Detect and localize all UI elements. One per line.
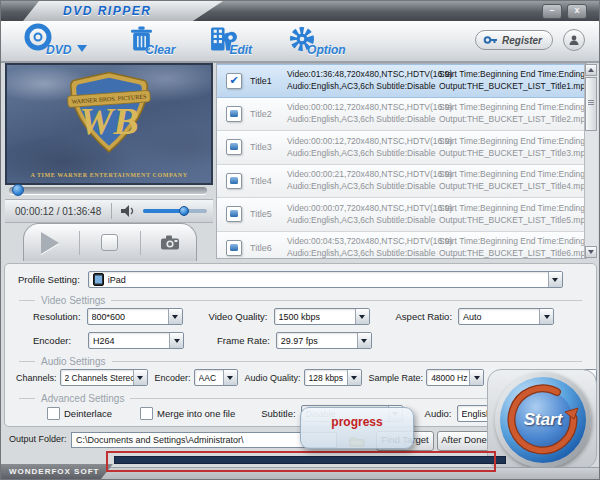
user-button[interactable] <box>563 29 585 51</box>
title-item-icon[interactable] <box>226 139 242 155</box>
app-title: DVD RIPPER <box>63 4 151 18</box>
channels-label: Channels: <box>16 373 57 383</box>
deinterlace-checkbox[interactable] <box>47 407 60 420</box>
stop-icon <box>101 234 118 251</box>
channels-select[interactable]: 2 Channels Stereo <box>60 369 148 386</box>
chevron-down-icon[interactable] <box>77 45 87 57</box>
close-button[interactable]: x <box>567 4 587 19</box>
audio-encoder-select[interactable]: AAC <box>194 369 238 386</box>
title-name: Title6 <box>250 243 287 253</box>
brand-label: WONDERFOX SOFT <box>9 467 99 476</box>
title-row[interactable]: Title1Video:01:36:48,720x480,NTSC,HDTV(1… <box>217 64 586 98</box>
toolbar: DVD Clear Edit Option Register <box>1 21 600 63</box>
audio-encoder-label: Encoder: <box>155 373 191 383</box>
merge-checkbox[interactable] <box>140 407 153 420</box>
frame-rate-label: Frame Rate: <box>217 335 270 346</box>
speaker-icon[interactable] <box>120 204 137 218</box>
chevron-down-icon[interactable] <box>539 309 553 324</box>
title-row[interactable]: Title6Video:00:04:53,720x480,NTSC,HDTV(1… <box>217 232 586 260</box>
stop-button[interactable] <box>88 228 132 258</box>
chevron-down-icon[interactable] <box>168 309 182 324</box>
player-status-row: 00:00:12 / 01:36:48 <box>5 199 213 223</box>
profile-select[interactable]: iPad <box>88 271 563 288</box>
title-item-icon[interactable] <box>226 240 242 256</box>
wb-logo: WB WARNER BROS. PICTURES <box>63 71 155 159</box>
title-item-icon[interactable] <box>226 106 242 122</box>
edit-label: Edit <box>229 43 252 57</box>
chevron-down-icon[interactable] <box>469 370 483 385</box>
list-scrollbar[interactable] <box>584 64 598 258</box>
video-settings-header: Video Settings <box>19 295 582 306</box>
video-quality-select[interactable]: 1500 kbps <box>274 308 370 325</box>
title-bar[interactable]: DVD RIPPER – x <box>1 1 600 22</box>
title-list: Title1Video:01:36:48,720x480,NTSC,HDTV(1… <box>216 63 587 259</box>
camera-icon <box>160 234 181 251</box>
title-output-info: Start Time:Beginning End Time:EndingOutp… <box>439 170 587 191</box>
register-button[interactable]: Register <box>475 30 553 50</box>
title-row[interactable]: Title5Video:00:00:07,720x480,NTSC,HDTV(1… <box>217 198 586 232</box>
title-item-icon[interactable] <box>226 206 242 222</box>
title-item-icon[interactable] <box>226 173 242 189</box>
minimize-button[interactable]: – <box>542 4 562 19</box>
register-label: Register <box>502 35 542 46</box>
title-media-info: Video:00:00:12,720x480,NTSC,HDTV(16:9)Au… <box>287 103 439 124</box>
chevron-down-icon[interactable] <box>169 333 183 348</box>
dvd-label: DVD <box>46 43 71 57</box>
title-name: Title3 <box>250 142 287 152</box>
chevron-down-icon[interactable] <box>347 370 361 385</box>
sample-rate-select[interactable]: 48000 Hz <box>426 369 484 386</box>
title-name: Title4 <box>250 176 287 186</box>
title-row[interactable]: Title3Video:00:00:12,720x480,NTSC,HDTV(1… <box>217 131 586 165</box>
aspect-ratio-label: Aspect Ratio: <box>396 311 453 322</box>
scrollbar-thumb[interactable] <box>585 77 597 131</box>
title-row[interactable]: Title2Video:00:00:12,720x480,NTSC,HDTV(1… <box>217 98 586 132</box>
audio-quality-select[interactable]: 128 kbps <box>304 369 362 386</box>
dvd-button[interactable]: DVD <box>23 25 87 57</box>
scroll-up-button[interactable] <box>585 64 597 76</box>
chevron-down-icon[interactable] <box>355 309 369 324</box>
title-row[interactable]: Title4Video:00:00:21,720x480,NTSC,HDTV(1… <box>217 165 586 199</box>
resolution-select[interactable]: 800*600 <box>87 308 183 325</box>
frame-rate-select[interactable]: 29.97 fps <box>276 332 372 349</box>
clear-button[interactable]: Clear <box>129 25 175 57</box>
encoder-select[interactable]: H264 <box>88 332 184 349</box>
player-controls <box>23 223 197 261</box>
edit-button[interactable]: Edit <box>209 25 252 57</box>
title-output-info: Start Time:Beginning End Time:EndingOutp… <box>439 103 587 124</box>
title-media-info: Video:00:00:12,720x480,NTSC,HDTV(16:9)Au… <box>287 137 439 158</box>
title-media-info: Video:00:00:21,720x480,NTSC,HDTV(16:9)Au… <box>287 170 439 191</box>
wb-caption: A TIME WARNER ENTERTAINMENT COMPANY <box>7 172 211 178</box>
volume-thumb[interactable] <box>179 206 189 216</box>
chevron-down-icon <box>588 250 594 257</box>
volume-slider[interactable] <box>143 209 207 213</box>
title-checkbox-checked[interactable] <box>226 73 242 89</box>
title-output-info: Start Time:Beginning End Time:EndingOutp… <box>439 137 587 158</box>
play-button[interactable] <box>28 228 72 258</box>
title-output-info: Start Time:Beginning End Time:EndingOutp… <box>439 204 587 225</box>
deinterlace-label: Deinterlace <box>64 408 112 419</box>
scroll-down-button[interactable] <box>585 246 597 258</box>
resolution-label: Resolution: <box>33 311 81 322</box>
option-label: Option <box>307 43 346 57</box>
snapshot-button[interactable] <box>148 228 192 258</box>
video-preview: WB WARNER BROS. PICTURES A TIME WARNER E… <box>5 63 213 185</box>
chevron-down-icon[interactable] <box>548 272 562 287</box>
aspect-ratio-select[interactable]: Auto <box>458 308 554 325</box>
time-display: 00:00:12 / 01:36:48 <box>15 206 111 217</box>
start-button[interactable]: Start <box>495 372 591 468</box>
seek-thumb[interactable] <box>12 184 24 196</box>
chevron-down-icon[interactable] <box>357 333 371 348</box>
output-folder-field[interactable]: C:\Documents and Settings\Administrator\ <box>71 432 337 448</box>
divider <box>79 231 80 255</box>
chevron-down-icon[interactable] <box>133 370 147 385</box>
option-button[interactable]: Option <box>288 25 346 57</box>
chevron-up-icon <box>588 65 594 72</box>
after-done-button[interactable]: After Done <box>437 431 491 451</box>
seek-slider[interactable] <box>9 187 207 194</box>
chevron-down-icon[interactable] <box>223 370 237 385</box>
title-output-info: Start Time:Beginning End Time:EndingOutp… <box>439 237 587 258</box>
annotation-rectangle <box>106 451 496 472</box>
divider <box>140 231 141 255</box>
sample-rate-label: Sample Rate: <box>369 373 424 383</box>
ipad-icon <box>93 273 104 286</box>
